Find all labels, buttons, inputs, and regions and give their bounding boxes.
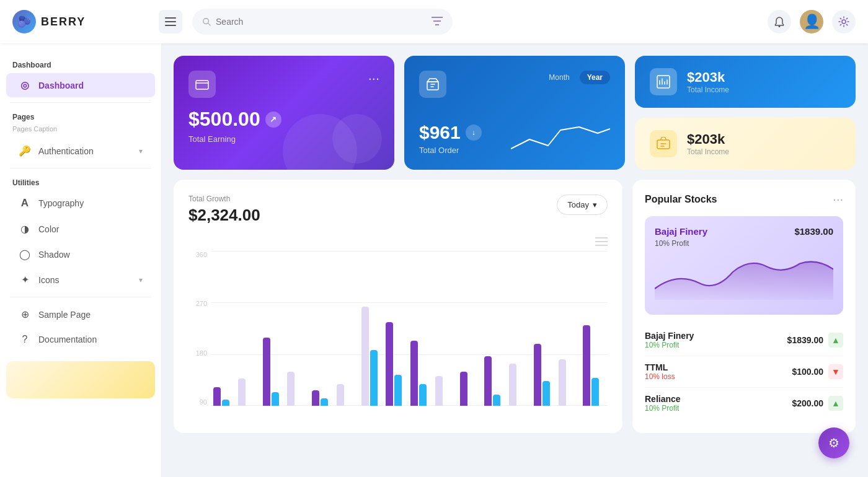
authentication-chevron: ▾ xyxy=(139,147,143,155)
sidebar: Dashboard ◎ Dashboard Pages Pages Captio… xyxy=(0,43,161,477)
layout: Dashboard ◎ Dashboard Pages Pages Captio… xyxy=(0,43,868,477)
income-blue-icon xyxy=(650,68,677,95)
y-label-360: 360 xyxy=(188,251,207,258)
sidebar-item-dashboard[interactable]: ◎ Dashboard xyxy=(6,73,155,97)
sidebar-promo-banner xyxy=(6,361,155,398)
featured-stock-name: Bajaj Finery xyxy=(655,226,707,237)
today-dropdown-button[interactable]: Today ▾ xyxy=(557,195,608,215)
sidebar-shadow-label: Shadow xyxy=(38,250,70,260)
stock-bajaj-name: Bajaj Finery xyxy=(645,331,694,341)
sidebar-color-label: Color xyxy=(38,224,59,234)
stocks-list: Bajaj Finery 10% Profit $1839.00 ▲ TTML … xyxy=(645,325,843,419)
sidebar-section-dashboard: Dashboard xyxy=(0,56,161,72)
stocks-menu-button[interactable]: ··· xyxy=(833,192,843,206)
bar-group-7 xyxy=(361,307,384,406)
sample-page-icon: ⊕ xyxy=(19,309,31,320)
svg-point-9 xyxy=(842,20,846,24)
stock-reliance-change: 10% Profit xyxy=(645,404,681,413)
sidebar-section-pages: Pages xyxy=(0,108,161,124)
bar-group-2 xyxy=(238,379,260,406)
sidebar-item-color[interactable]: ◑ Color xyxy=(6,217,155,241)
y-label-270: 270 xyxy=(188,300,207,307)
logo-area: 🫐 BERRY xyxy=(12,10,149,33)
sidebar-item-icons[interactable]: ✦ Icons ▾ xyxy=(6,268,155,292)
sidebar-item-documentation[interactable]: ? Documentation xyxy=(6,328,155,351)
topbar: 🫐 BERRY 👤 xyxy=(0,0,868,43)
tab-year[interactable]: Year xyxy=(580,71,610,84)
earning-trend-icon: ↗ xyxy=(265,112,281,128)
earning-icon xyxy=(188,71,216,98)
fab-button[interactable]: ⚙ xyxy=(818,427,849,458)
sidebar-item-shadow[interactable]: ◯ Shadow xyxy=(6,242,155,266)
stock-bajaj-change: 10% Profit xyxy=(645,341,694,349)
sidebar-pages-subtitle: Pages Caption xyxy=(0,124,161,138)
bar-group-13 xyxy=(509,364,531,406)
dropdown-chevron: ▾ xyxy=(593,200,597,209)
popular-stocks-card: Popular Stocks ··· Bajaj Finery $1839.00… xyxy=(632,180,856,433)
svg-rect-11 xyxy=(427,82,438,90)
divider-2 xyxy=(10,168,151,168)
stock-ttml-name: TTML xyxy=(645,362,675,372)
svg-rect-0 xyxy=(165,17,176,19)
stocks-title: Popular Stocks xyxy=(645,194,717,205)
bar-group-3 xyxy=(263,338,285,406)
stock-ttml-badge: ▼ xyxy=(828,364,843,379)
bar-group-8 xyxy=(386,322,408,406)
icons-icon: ✦ xyxy=(19,274,31,286)
svg-point-8 xyxy=(779,25,781,27)
sidebar-sample-page-label: Sample Page xyxy=(38,310,91,320)
bar-group-9 xyxy=(410,341,433,406)
tab-month[interactable]: Month xyxy=(541,71,577,84)
sidebar-dashboard-label: Dashboard xyxy=(38,81,84,90)
svg-rect-12 xyxy=(657,76,670,88)
sidebar-item-typography[interactable]: A Typography xyxy=(6,191,155,216)
sidebar-section-utilities: Utilities xyxy=(0,173,161,190)
order-card: Month Year $961 ↓ Total Order xyxy=(404,56,625,170)
bar-group-16 xyxy=(583,325,605,406)
income-blue-card: $203k Total Income xyxy=(635,56,856,108)
growth-chart-card: Total Growth $2,324.00 Today ▾ xyxy=(174,180,622,433)
divider-1 xyxy=(10,102,151,103)
stock-item-reliance: Reliance 10% Profit $200.00 ▲ xyxy=(645,388,843,419)
bar-group-1 xyxy=(213,387,236,406)
authentication-icon: 🔑 xyxy=(19,145,31,157)
sidebar-item-authentication[interactable]: 🔑 Authentication ▾ xyxy=(6,139,155,163)
bar-group-12 xyxy=(484,356,507,406)
bar-group-4 xyxy=(287,372,309,406)
order-label: Total Order xyxy=(419,146,482,155)
cards-row: ··· $500.00 ↗ Total Earning Month Year xyxy=(174,56,856,170)
search-filter-button[interactable] xyxy=(432,17,443,27)
stock-bajaj-badge: ▲ xyxy=(828,333,843,348)
income-yellow-card: $203k Total Income xyxy=(635,118,856,170)
featured-profit-label: 10% Profit xyxy=(655,239,833,248)
order-mini-chart xyxy=(511,118,610,155)
notification-button[interactable] xyxy=(768,10,791,33)
income-blue-amount: $203k xyxy=(687,69,729,85)
order-trend-icon: ↓ xyxy=(466,125,482,141)
bar-chart-container: 360 270 180 90 xyxy=(188,251,608,418)
income-yellow-label: Total Income xyxy=(687,147,729,156)
earning-card: ··· $500.00 ↗ Total Earning xyxy=(174,56,394,170)
svg-rect-1 xyxy=(165,21,176,22)
stock-ttml-price: $100.00 xyxy=(792,367,823,377)
income-yellow-icon xyxy=(650,130,677,157)
order-icon xyxy=(419,71,446,98)
color-icon: ◑ xyxy=(19,223,31,235)
divider-3 xyxy=(10,297,151,297)
y-label-90: 90 xyxy=(188,398,207,406)
search-input[interactable] xyxy=(216,17,427,27)
topbar-settings-button[interactable] xyxy=(832,10,856,33)
bar-group-14 xyxy=(534,344,556,406)
featured-stock-chart xyxy=(655,253,833,302)
sidebar-item-sample-page[interactable]: ⊕ Sample Page xyxy=(6,302,155,326)
sidebar-typography-label: Typography xyxy=(38,198,84,208)
stock-reliance-name: Reliance xyxy=(645,394,681,404)
earning-menu-button[interactable]: ··· xyxy=(368,71,379,87)
sidebar-authentication-label: Authentication xyxy=(38,146,94,156)
hamburger-button[interactable] xyxy=(159,10,182,33)
income-cards-column: $203k Total Income $203k Total Income xyxy=(635,56,856,170)
chart-menu-button[interactable] xyxy=(188,237,608,246)
main-content: ··· $500.00 ↗ Total Earning Month Year xyxy=(161,43,868,477)
chart-amount: $2,324.00 xyxy=(188,206,260,225)
avatar[interactable]: 👤 xyxy=(800,10,823,33)
